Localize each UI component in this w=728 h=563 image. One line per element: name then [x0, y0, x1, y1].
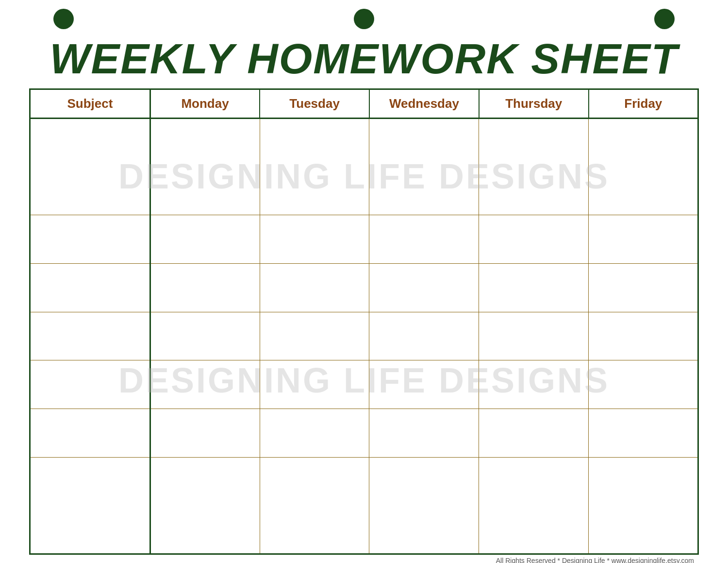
footer-text: All Rights Reserved * Designing Life * w…: [0, 557, 728, 563]
header-wednesday: Wednesday: [369, 89, 479, 119]
cell-friday-7[interactable]: [589, 457, 698, 554]
binder-hole-right: [654, 9, 675, 29]
table-row: [30, 409, 698, 457]
table-container: DESIGNING LIFE DESIGNS DESIGNING LIFE DE…: [29, 88, 699, 555]
cell-monday-4[interactable]: [150, 312, 260, 360]
cell-friday-4[interactable]: [589, 312, 698, 360]
cell-monday-1[interactable]: [150, 119, 260, 215]
cell-tuesday-7[interactable]: [260, 457, 369, 554]
cell-thursday-6[interactable]: [479, 409, 589, 457]
homework-table: Subject Monday Tuesday Wednesday Thursda…: [29, 88, 699, 555]
cell-tuesday-2[interactable]: [260, 215, 369, 264]
table-header-row: Subject Monday Tuesday Wednesday Thursda…: [30, 89, 698, 119]
cell-thursday-5[interactable]: [479, 360, 589, 409]
cell-subject-3[interactable]: [30, 263, 150, 312]
cell-wednesday-7[interactable]: [369, 457, 479, 554]
cell-tuesday-1[interactable]: [260, 119, 369, 215]
cell-monday-2[interactable]: [150, 215, 260, 264]
cell-monday-3[interactable]: [150, 263, 260, 312]
cell-subject-4[interactable]: [30, 312, 150, 360]
table-row: [30, 360, 698, 409]
cell-friday-2[interactable]: [589, 215, 698, 264]
cell-tuesday-5[interactable]: [260, 360, 369, 409]
cell-tuesday-6[interactable]: [260, 409, 369, 457]
cell-tuesday-4[interactable]: [260, 312, 369, 360]
binder-hole-left: [53, 9, 74, 29]
table-row: [30, 119, 698, 215]
cell-thursday-2[interactable]: [479, 215, 589, 264]
header-monday: Monday: [150, 89, 260, 119]
cell-wednesday-1[interactable]: [369, 119, 479, 215]
cell-subject-5[interactable]: [30, 360, 150, 409]
cell-monday-6[interactable]: [150, 409, 260, 457]
cell-thursday-7[interactable]: [479, 457, 589, 554]
holes-container: [0, 9, 728, 29]
cell-subject-6[interactable]: [30, 409, 150, 457]
cell-tuesday-3[interactable]: [260, 263, 369, 312]
cell-subject-7[interactable]: [30, 457, 150, 554]
cell-wednesday-3[interactable]: [369, 263, 479, 312]
cell-wednesday-5[interactable]: [369, 360, 479, 409]
cell-subject-2[interactable]: [30, 215, 150, 264]
cell-thursday-4[interactable]: [479, 312, 589, 360]
binder-hole-center: [354, 9, 374, 29]
page-title: WEEKLY HOMEWORK SHEET: [50, 34, 678, 84]
cell-thursday-3[interactable]: [479, 263, 589, 312]
cell-friday-3[interactable]: [589, 263, 698, 312]
header-subject: Subject: [30, 89, 150, 119]
table-row: [30, 215, 698, 264]
cell-subject-1[interactable]: [30, 119, 150, 215]
cell-friday-1[interactable]: [589, 119, 698, 215]
header-thursday: Thursday: [479, 89, 589, 119]
table-row: [30, 312, 698, 360]
page: WEEKLY HOMEWORK SHEET DESIGNING LIFE DES…: [0, 0, 728, 563]
header-friday: Friday: [589, 89, 698, 119]
cell-wednesday-2[interactable]: [369, 215, 479, 264]
cell-wednesday-6[interactable]: [369, 409, 479, 457]
cell-thursday-1[interactable]: [479, 119, 589, 215]
cell-friday-5[interactable]: [589, 360, 698, 409]
cell-wednesday-4[interactable]: [369, 312, 479, 360]
cell-friday-6[interactable]: [589, 409, 698, 457]
header-tuesday: Tuesday: [260, 89, 369, 119]
table-row: [30, 457, 698, 554]
cell-monday-7[interactable]: [150, 457, 260, 554]
table-row: [30, 263, 698, 312]
cell-monday-5[interactable]: [150, 360, 260, 409]
